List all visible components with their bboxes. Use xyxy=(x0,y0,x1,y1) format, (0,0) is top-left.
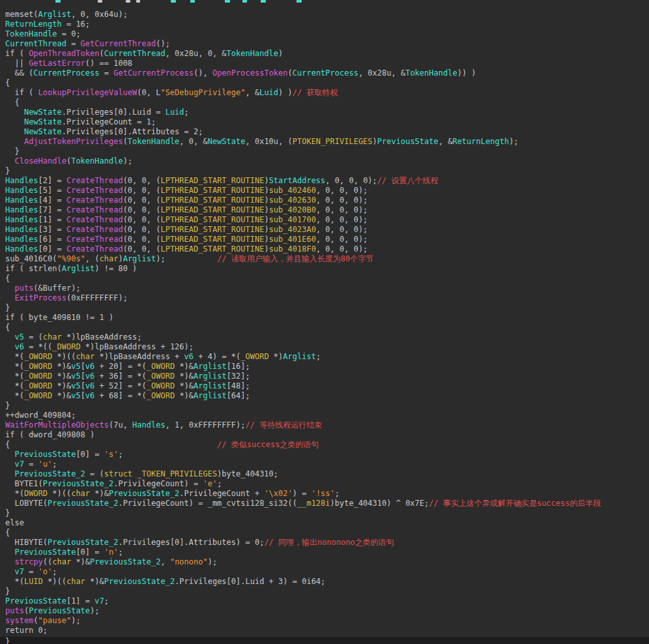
function-token[interactable]: CreateThread xyxy=(66,196,123,205)
function-token[interactable]: CreateThread xyxy=(66,186,123,195)
identifier-token[interactable]: v6 xyxy=(14,342,23,351)
type-token[interactable]: PTOKEN_PRIVILEGES xyxy=(293,137,373,146)
identifier-token[interactable]: PreviousState_2 xyxy=(48,499,118,508)
type-token[interactable]: _OWORD xyxy=(24,381,52,390)
type-token[interactable]: char xyxy=(52,557,71,566)
function-token[interactable]: CloseHandle xyxy=(14,156,66,166)
type-token[interactable]: sub_402630 xyxy=(269,196,316,205)
identifier-token[interactable]: Handles xyxy=(132,420,166,430)
identifier-token[interactable]: PreviousState xyxy=(14,548,76,557)
identifier-token[interactable]: Arglist xyxy=(38,10,72,19)
identifier-token[interactable]: v5 xyxy=(71,391,80,400)
type-token[interactable]: sub_4020B0 xyxy=(269,205,316,214)
identifier-token[interactable]: v6 xyxy=(85,381,94,390)
type-token[interactable]: _OWORD xyxy=(24,372,52,381)
identifier-token[interactable]: StartAddress xyxy=(269,176,326,185)
function-token[interactable]: puts xyxy=(14,284,33,293)
identifier-token[interactable]: PreviousState_2 xyxy=(14,469,85,478)
type-token[interactable]: _OWORD xyxy=(24,391,52,400)
identifier-token[interactable]: v7 xyxy=(94,596,104,606)
identifier-token[interactable]: v7 xyxy=(14,460,23,469)
type-token[interactable]: char xyxy=(43,332,62,342)
identifier-token[interactable]: v6 xyxy=(85,391,94,400)
function-token[interactable]: GetLastError xyxy=(29,59,85,68)
identifier-token[interactable]: Arglist xyxy=(194,381,227,390)
type-token[interactable]: LPTHREAD_START_ROUTINE xyxy=(160,205,264,214)
type-token[interactable]: sub_4023A0 xyxy=(269,225,316,234)
identifier-token[interactable]: Handles xyxy=(5,196,38,205)
type-token[interactable]: LPTHREAD_START_ROUTINE xyxy=(160,196,264,205)
type-token[interactable]: LPTHREAD_START_ROUTINE xyxy=(160,176,264,185)
type-token[interactable]: _OWORD xyxy=(240,352,268,361)
identifier-token[interactable]: NewState xyxy=(24,117,62,126)
type-token[interactable]: LUID xyxy=(24,577,43,586)
function-token[interactable]: CreateThread xyxy=(66,244,123,254)
identifier-token[interactable]: ReturnLength xyxy=(452,137,509,146)
function-token[interactable]: CreateThread xyxy=(66,176,123,185)
identifier-token[interactable]: NewState xyxy=(24,127,62,136)
function-token[interactable]: CreateThread xyxy=(66,235,123,244)
function-token[interactable]: LookupPrivilegeValueW xyxy=(38,88,137,97)
identifier-token[interactable]: PreviousState_2 xyxy=(43,479,113,488)
function-token[interactable]: CreateThread xyxy=(66,225,123,234)
identifier-token[interactable]: PreviousState_2 xyxy=(48,538,118,547)
identifier-token[interactable]: NewState xyxy=(208,137,246,146)
identifier-token[interactable]: PreviousState_2 xyxy=(104,577,175,586)
type-token[interactable]: LPTHREAD_START_ROUTINE xyxy=(160,225,264,234)
identifier-token[interactable]: Arglist xyxy=(194,372,227,381)
identifier-token[interactable]: v7 xyxy=(14,567,23,576)
identifier-token[interactable]: v5 xyxy=(14,332,23,342)
type-token[interactable]: _OWORD xyxy=(147,391,175,400)
identifier-token[interactable]: TokenHandle xyxy=(405,68,457,78)
type-token[interactable]: LPTHREAD_START_ROUTINE xyxy=(160,235,264,244)
pseudocode-view[interactable]: memset(Arglist, 0, 0x64u);ReturnLength =… xyxy=(0,0,649,644)
type-token[interactable]: struct _TOKEN_PRIVILEGES xyxy=(104,469,217,478)
identifier-token[interactable]: Handles xyxy=(5,215,38,224)
identifier-token[interactable]: CurrentProcess xyxy=(293,68,358,78)
identifier-token[interactable]: Arglist xyxy=(62,264,95,273)
function-token[interactable]: WaitForMultipleObjects xyxy=(5,420,109,430)
identifier-token[interactable]: Handles xyxy=(5,186,38,195)
identifier-token[interactable]: PreviousState_2 xyxy=(109,489,179,498)
identifier-token[interactable]: v5 xyxy=(71,372,80,381)
identifier-token[interactable]: CurrentThread xyxy=(104,49,166,58)
identifier-token[interactable]: TokenHandle xyxy=(5,29,57,38)
identifier-token[interactable]: v6 xyxy=(85,362,94,371)
identifier-token[interactable]: Arglist xyxy=(283,352,316,361)
type-token[interactable]: _OWORD xyxy=(24,352,52,361)
identifier-token[interactable]: Handles xyxy=(5,225,38,234)
identifier-token[interactable]: Arglist xyxy=(194,362,227,371)
identifier-token[interactable]: Luid xyxy=(166,108,184,117)
type-token[interactable]: _DWORD xyxy=(52,342,80,351)
identifier-token[interactable]: PreviousState xyxy=(29,606,90,615)
type-token[interactable]: _OWORD xyxy=(24,362,52,371)
function-token[interactable]: OpenThreadToken xyxy=(29,49,99,58)
type-token[interactable]: _OWORD xyxy=(147,372,175,381)
identifier-token[interactable]: v6 xyxy=(184,352,194,361)
type-token[interactable]: char xyxy=(76,352,94,361)
identifier-token[interactable]: PreviousState xyxy=(5,596,66,606)
function-token[interactable]: CreateThread xyxy=(66,205,123,214)
identifier-token[interactable]: ReturnLength xyxy=(5,20,62,29)
identifier-token[interactable]: v5 xyxy=(71,381,80,390)
identifier-token[interactable]: v6 xyxy=(85,372,94,381)
type-token[interactable]: char xyxy=(100,254,119,263)
identifier-token[interactable]: PreviousState xyxy=(14,450,76,459)
function-token[interactable]: OpenProcessToken xyxy=(212,68,288,78)
identifier-token[interactable]: Handles xyxy=(5,176,38,185)
function-token[interactable]: GetCurrentProcess xyxy=(113,68,194,78)
identifier-token[interactable]: TokenHandle xyxy=(227,49,278,58)
type-token[interactable]: _OWORD xyxy=(147,381,175,390)
type-token[interactable]: _OWORD xyxy=(147,362,175,371)
type-token[interactable]: LPTHREAD_START_ROUTINE xyxy=(160,244,264,254)
function-token[interactable]: CreateThread xyxy=(66,215,123,224)
identifier-token[interactable]: Handles xyxy=(5,235,38,244)
identifier-token[interactable]: NewState xyxy=(24,108,62,117)
type-token[interactable]: __m128i xyxy=(297,499,330,508)
type-token[interactable]: sub_401E60 xyxy=(269,235,316,244)
identifier-token[interactable]: CurrentProcess xyxy=(33,68,99,78)
identifier-token[interactable]: PreviousState_2 xyxy=(90,557,160,566)
function-token[interactable]: system xyxy=(5,616,33,625)
function-token[interactable]: GetCurrentThread xyxy=(81,39,156,48)
type-token[interactable]: LPTHREAD_START_ROUTINE xyxy=(160,186,264,195)
